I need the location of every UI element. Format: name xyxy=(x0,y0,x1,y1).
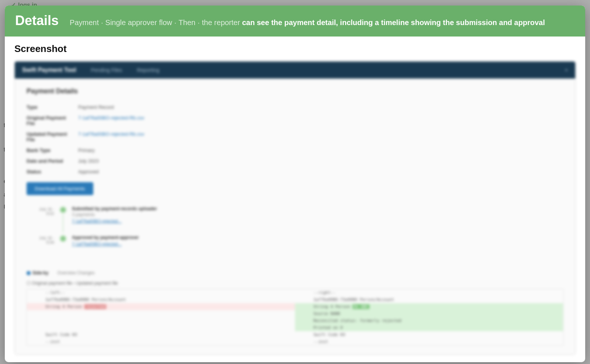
diff-line: --inst xyxy=(27,338,295,345)
detail-label: Bank Type xyxy=(27,148,67,153)
detail-label: Updated Payment File xyxy=(27,131,67,142)
diff-line: Reconciled status: formerly rejected xyxy=(295,317,563,324)
detail-row: Date and PeriodJuly 2023 xyxy=(27,156,563,166)
modal-body: Screenshot Swift Payment Tool Pending Fi… xyxy=(5,37,585,362)
detail-value[interactable]: 7-1af76a00BO-rejected-Rb.csv xyxy=(78,131,144,142)
timeline-item: July 16 · 9:02 Submitted by payment-reco… xyxy=(34,206,563,235)
timeline-item: July 16 · 9:04 Approved by payment-appro… xyxy=(34,235,563,258)
timeline-link[interactable]: 7-1af76a00BO-rejected... xyxy=(72,242,139,247)
download-button[interactable]: Download All Payments xyxy=(27,182,93,195)
timeline: July 16 · 9:02 Submitted by payment-reco… xyxy=(27,206,563,258)
crumb-actor: the reporter xyxy=(202,18,240,27)
detail-label: Original Payment File xyxy=(27,115,67,126)
detail-row: Updated Payment File7-1af76a00BO-rejecte… xyxy=(27,129,563,145)
crumb-assertion: can see the payment detail, including a … xyxy=(242,18,545,27)
close-icon[interactable]: × xyxy=(565,67,568,73)
detail-value: Primary xyxy=(78,148,95,153)
breadcrumb: Payment·Single approver flow·Then·the re… xyxy=(70,18,575,27)
nav-pending[interactable]: Pending Files xyxy=(91,67,122,73)
diff-line: Swift Code KO xyxy=(27,331,295,338)
screenshot-preview: Swift Payment Tool Pending Files Reporti… xyxy=(14,61,576,355)
diff-tab-sidebyside[interactable]: Side-by xyxy=(27,270,48,275)
detail-label: Date and Period xyxy=(27,158,67,164)
radio-icon xyxy=(27,271,31,275)
detail-value: Payment Record xyxy=(78,104,114,110)
detail-row: StatusApproved xyxy=(27,166,563,177)
diff-line: 1af76a00BO-73a00BO Person/Account xyxy=(27,296,295,303)
diff-breadcrumb: ☐ Original payment file › Updated paymen… xyxy=(27,278,563,289)
diff-body: --left--1af76a00BO-73a00BO Person/Accoun… xyxy=(27,289,563,346)
crumb-step-type: Then xyxy=(178,18,195,27)
diff-tab-overview[interactable]: Overview Changes xyxy=(57,270,94,275)
details-modal: Details Payment·Single approver flow·The… xyxy=(5,6,585,362)
diff-line: 1af76a00BO-73a00BO Person/Account xyxy=(295,296,563,303)
timeline-marker-icon xyxy=(59,206,67,214)
app-content: Payment Details TypePayment RecordOrigin… xyxy=(15,79,575,354)
diff-line: --inst xyxy=(295,338,563,345)
detail-row: Bank TypePrimary xyxy=(27,145,563,156)
crumb-feature: Payment xyxy=(70,18,99,27)
timeline-link[interactable]: 7-1af76a00BO-rejected... xyxy=(72,219,157,224)
detail-row: TypePayment Record xyxy=(27,102,563,112)
diff-header: --left-- xyxy=(27,289,295,296)
detail-value[interactable]: 7-1af76a00BO-rejected-Rb.csv xyxy=(78,115,144,126)
nav-reporting[interactable]: Reporting xyxy=(137,67,159,73)
detail-value: Approved xyxy=(78,169,99,174)
timeline-title: Approved by payment-approver xyxy=(72,235,139,240)
crumb-scenario: Single approver flow xyxy=(105,18,172,27)
diff-line xyxy=(27,310,295,317)
diff-line: Printed on 0 xyxy=(295,324,563,331)
timeline-date: July 16 · 9:02 xyxy=(34,206,54,224)
timeline-title: Submitted by payment-records uploader xyxy=(72,206,157,211)
app-brand: Swift Payment Tool xyxy=(22,67,76,73)
diff-line: Source BANK xyxy=(295,310,563,317)
modal-title: Details xyxy=(15,13,59,28)
diff-line: String 4 Person rejected xyxy=(27,303,295,310)
diff-line: Swift Code KO xyxy=(295,331,563,338)
section-screenshot-title: Screenshot xyxy=(14,43,576,55)
diff-header: --right-- xyxy=(295,289,563,296)
app-navbar: Swift Payment Tool Pending Files Reporti… xyxy=(15,62,575,79)
diff-line xyxy=(27,324,295,331)
detail-label: Type xyxy=(27,104,67,110)
timeline-date: July 16 · 9:04 xyxy=(34,235,54,247)
diff-line xyxy=(27,317,295,324)
diff-panel: Side-by Overview Changes ☐ Original paym… xyxy=(27,266,563,346)
payment-details-heading: Payment Details xyxy=(27,87,563,95)
timeline-sub: 3 payments xyxy=(72,212,157,217)
detail-value: July 2023 xyxy=(78,158,99,164)
detail-label: Status xyxy=(27,169,67,174)
diff-line: String 4 Person 0x ABC xyxy=(295,303,563,310)
timeline-marker-icon xyxy=(59,235,67,242)
detail-row: Original Payment File7-1af76a00BO-reject… xyxy=(27,112,563,129)
modal-header: Details Payment·Single approver flow·The… xyxy=(5,6,585,37)
